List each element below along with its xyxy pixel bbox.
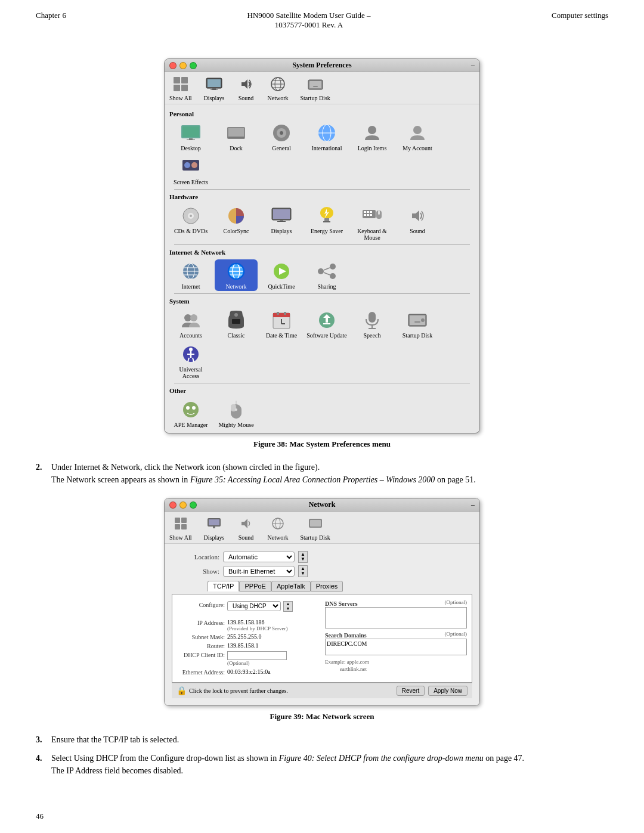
config-left: Configure: Using DHCP ▲ ▼ IP Address: (177, 599, 319, 677)
network-minimize-button[interactable] (179, 501, 187, 509)
toolbar-displays[interactable]: Displays (204, 75, 225, 101)
pref-ape-manager[interactable]: APE Manager (169, 398, 212, 429)
location-stepper[interactable]: ▲ ▼ (298, 551, 308, 563)
ip-address-value-block: 139.85.158.186 (Provided by DHCP Server) (227, 619, 287, 631)
pref-startup-disk[interactable]: Startup Disk (396, 308, 439, 340)
config-stepper-down[interactable]: ▼ (286, 606, 290, 611)
network-displays-label: Displays (204, 534, 225, 541)
page-header: Chapter 6 HN9000 Satellite Modem User Gu… (0, 0, 644, 35)
classic-icon (225, 309, 247, 331)
maximize-button[interactable] (190, 62, 197, 69)
pref-keyboard-mouse[interactable]: Keyboard & Mouse (351, 204, 394, 242)
pref-international[interactable]: International (305, 121, 348, 153)
stepper-down[interactable]: ▼ (301, 557, 305, 562)
pref-colorsync[interactable]: ColorSync (215, 204, 258, 242)
pref-cds-dvds[interactable]: CDs & DVDs (169, 204, 212, 242)
svg-point-78 (234, 313, 238, 317)
show-stepper-down[interactable]: ▼ (301, 571, 305, 576)
config-stepper-up[interactable]: ▲ (286, 602, 290, 606)
figure-39-caption: Figure 39: Mac Network screen (270, 712, 374, 721)
svg-rect-48 (364, 211, 366, 213)
internet-label: Internet (181, 283, 200, 290)
mighty-mouse-label: Mighty Mouse (218, 422, 253, 428)
pref-sound[interactable]: Sound (396, 204, 439, 242)
dns-optional: (Optional) (445, 599, 467, 607)
pref-my-account[interactable]: My Account (396, 121, 439, 153)
figure-38-container: System Preferences – Show All Displays (36, 58, 608, 449)
cds-dvds-icon (180, 205, 202, 227)
svg-point-76 (190, 314, 197, 321)
network-network-label: Network (268, 534, 289, 541)
pref-speech[interactable]: Speech (351, 308, 394, 340)
tab-proxies[interactable]: Proxies (311, 581, 343, 592)
svg-rect-45 (323, 221, 330, 222)
svg-rect-5 (208, 79, 221, 87)
classic-label: Classic (228, 332, 245, 339)
date-time-icon (271, 309, 292, 331)
apply-now-button[interactable]: Apply Now (428, 686, 467, 696)
svg-rect-22 (228, 128, 244, 137)
tab-pppoe[interactable]: PPPoE (239, 581, 271, 592)
network-titlebar: Network – (165, 498, 479, 512)
configure-stepper[interactable]: ▲ ▼ (283, 601, 293, 612)
general-label: General (272, 145, 291, 151)
pref-software-update[interactable]: Software Update (305, 308, 348, 340)
pref-dock[interactable]: Dock (215, 121, 258, 153)
colorsync-icon (225, 205, 247, 227)
network-close-button[interactable] (169, 501, 177, 509)
svg-marker-114 (242, 519, 247, 528)
pref-universal-access[interactable]: Universal Access (169, 342, 212, 380)
configure-select[interactable]: Using DHCP (227, 601, 281, 611)
show-label: Show: (172, 568, 219, 575)
pref-classic[interactable]: Classic (215, 308, 258, 340)
toolbar-startup-disk[interactable]: Startup Disk (301, 75, 330, 101)
network-toolbar-show-all[interactable]: Show All (169, 514, 192, 541)
pref-mighty-mouse[interactable]: Mighty Mouse (215, 398, 258, 429)
network-titlebar-inner: Network – (169, 498, 475, 512)
pref-internet[interactable]: Internet (169, 259, 212, 291)
tab-appletalk[interactable]: AppleTalk (271, 581, 311, 592)
show-stepper[interactable]: ▲ ▼ (298, 565, 308, 577)
location-select[interactable]: Automatic (223, 552, 295, 562)
pref-desktop[interactable]: Desktop (169, 121, 212, 153)
dhcp-client-id-input[interactable] (227, 651, 287, 660)
pref-network[interactable]: Network (215, 259, 258, 291)
pref-sharing[interactable]: Sharing (305, 259, 348, 291)
cds-dvds-label: CDs & DVDs (174, 228, 208, 234)
pref-accounts[interactable]: Accounts (169, 308, 212, 340)
network-window-controls[interactable] (169, 501, 197, 509)
search-domains-box[interactable]: DIRECPC.COM (325, 639, 467, 655)
pref-displays[interactable]: Displays (260, 204, 303, 242)
window-controls[interactable] (169, 62, 197, 69)
network-startup-label: Startup Disk (301, 534, 330, 541)
header-title: HN9000 Satellite Modem User Guide – 1037… (247, 11, 371, 30)
displays-pref-label: Displays (271, 228, 292, 234)
step-2-text: Under Internet & Network, click the Netw… (51, 461, 476, 486)
pref-general[interactable]: General (260, 121, 303, 153)
close-button[interactable] (169, 62, 177, 69)
network-toolbar-network[interactable]: Network (268, 514, 289, 541)
dns-servers-box[interactable] (325, 607, 467, 628)
pref-screen-effects[interactable]: Screen Effects (169, 155, 212, 187)
svg-rect-86 (369, 312, 376, 323)
network-resize[interactable]: – (471, 500, 475, 509)
window-resize[interactable]: – (471, 61, 475, 70)
minimize-button[interactable] (179, 62, 187, 69)
revert-button[interactable]: Revert (397, 686, 425, 696)
tab-tcpip[interactable]: TCP/IP (208, 581, 239, 592)
network-icon (268, 75, 287, 94)
lock-icon[interactable]: 🔒 (177, 686, 187, 696)
pref-date-time[interactable]: Date & Time (260, 308, 303, 340)
network-toolbar-startup[interactable]: Startup Disk (301, 514, 330, 541)
pref-login-items[interactable]: Login Items (351, 121, 394, 153)
pref-quicktime[interactable]: QuickTime (260, 259, 303, 291)
toolbar-network[interactable]: Network (268, 75, 289, 101)
network-maximize-button[interactable] (190, 501, 197, 509)
subnet-mask-value: 255.255.255.0 (227, 633, 262, 640)
pref-energy-saver[interactable]: Energy Saver (305, 204, 348, 242)
network-toolbar-sound[interactable]: Sound (237, 514, 256, 541)
toolbar-sound[interactable]: Sound (237, 75, 256, 101)
toolbar-show-all[interactable]: Show All (169, 75, 192, 101)
show-select[interactable]: Built-in Ethernet (223, 566, 295, 577)
network-toolbar-displays[interactable]: Displays (204, 514, 225, 541)
